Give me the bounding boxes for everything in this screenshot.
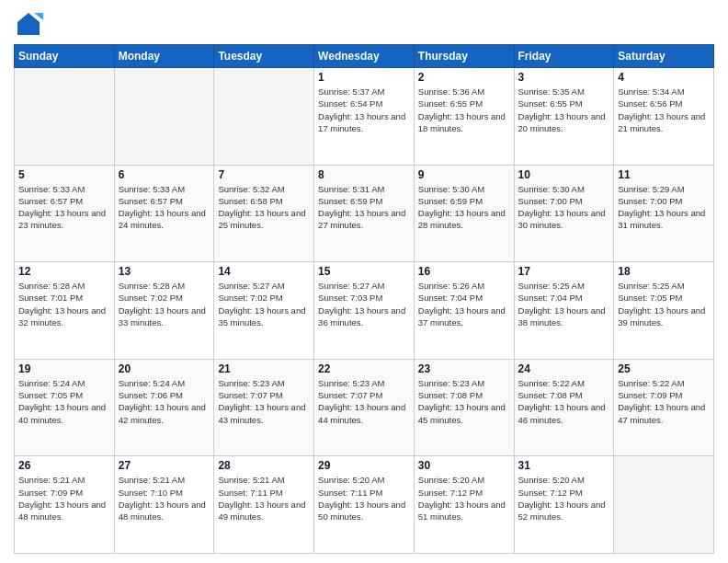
day-number: 3 bbox=[518, 71, 610, 84]
day-info: Sunrise: 5:33 AM Sunset: 6:57 PM Dayligh… bbox=[119, 183, 210, 232]
day-number: 30 bbox=[418, 459, 510, 472]
calendar-cell: 26Sunrise: 5:21 AM Sunset: 7:09 PM Dayli… bbox=[15, 456, 115, 554]
day-info: Sunrise: 5:28 AM Sunset: 7:02 PM Dayligh… bbox=[119, 280, 210, 328]
day-info: Sunrise: 5:22 AM Sunset: 7:09 PM Dayligh… bbox=[618, 377, 710, 426]
calendar-cell: 13Sunrise: 5:28 AM Sunset: 7:02 PM Dayli… bbox=[114, 262, 214, 360]
day-info: Sunrise: 5:20 AM Sunset: 7:11 PM Dayligh… bbox=[318, 474, 410, 523]
day-info: Sunrise: 5:23 AM Sunset: 7:07 PM Dayligh… bbox=[318, 377, 410, 426]
weekday-header-saturday: Saturday bbox=[614, 45, 714, 68]
day-number: 13 bbox=[119, 265, 210, 278]
calendar-cell: 6Sunrise: 5:33 AM Sunset: 6:57 PM Daylig… bbox=[114, 165, 214, 262]
calendar-cell bbox=[614, 456, 714, 554]
day-number: 23 bbox=[418, 362, 510, 375]
logo-icon bbox=[14, 9, 43, 39]
day-number: 14 bbox=[218, 265, 310, 278]
day-number: 28 bbox=[218, 459, 310, 472]
day-number: 31 bbox=[518, 459, 610, 472]
calendar-cell: 14Sunrise: 5:27 AM Sunset: 7:02 PM Dayli… bbox=[214, 262, 314, 360]
logo bbox=[14, 9, 47, 39]
day-number: 11 bbox=[618, 168, 710, 181]
week-row-1: 1Sunrise: 5:37 AM Sunset: 6:54 PM Daylig… bbox=[15, 68, 714, 166]
weekday-header-monday: Monday bbox=[114, 45, 214, 68]
day-number: 19 bbox=[18, 362, 110, 375]
calendar-cell: 21Sunrise: 5:23 AM Sunset: 7:07 PM Dayli… bbox=[214, 359, 314, 456]
calendar-cell: 24Sunrise: 5:22 AM Sunset: 7:08 PM Dayli… bbox=[514, 359, 614, 456]
day-number: 16 bbox=[418, 265, 510, 278]
calendar-cell: 30Sunrise: 5:20 AM Sunset: 7:12 PM Dayli… bbox=[414, 456, 514, 554]
day-number: 25 bbox=[618, 362, 710, 375]
day-info: Sunrise: 5:36 AM Sunset: 6:55 PM Dayligh… bbox=[418, 86, 510, 134]
weekday-header-row: SundayMondayTuesdayWednesdayThursdayFrid… bbox=[15, 45, 714, 68]
day-number: 15 bbox=[318, 265, 410, 278]
day-number: 7 bbox=[218, 168, 310, 181]
calendar-cell: 22Sunrise: 5:23 AM Sunset: 7:07 PM Dayli… bbox=[314, 359, 415, 456]
calendar-cell: 11Sunrise: 5:29 AM Sunset: 7:00 PM Dayli… bbox=[614, 165, 714, 262]
day-info: Sunrise: 5:29 AM Sunset: 7:00 PM Dayligh… bbox=[618, 183, 710, 232]
calendar-cell: 16Sunrise: 5:26 AM Sunset: 7:04 PM Dayli… bbox=[414, 262, 514, 360]
day-info: Sunrise: 5:30 AM Sunset: 6:59 PM Dayligh… bbox=[418, 183, 510, 232]
calendar-cell: 29Sunrise: 5:20 AM Sunset: 7:11 PM Dayli… bbox=[314, 456, 415, 554]
header bbox=[14, 9, 714, 39]
calendar-cell: 10Sunrise: 5:30 AM Sunset: 7:00 PM Dayli… bbox=[514, 165, 614, 262]
day-info: Sunrise: 5:33 AM Sunset: 6:57 PM Dayligh… bbox=[18, 183, 110, 232]
calendar-cell: 2Sunrise: 5:36 AM Sunset: 6:55 PM Daylig… bbox=[414, 68, 514, 166]
day-number: 17 bbox=[518, 265, 610, 278]
day-number: 21 bbox=[218, 362, 310, 375]
svg-marker-0 bbox=[17, 13, 40, 35]
day-info: Sunrise: 5:25 AM Sunset: 7:04 PM Dayligh… bbox=[518, 280, 610, 328]
calendar-cell bbox=[214, 68, 314, 166]
weekday-header-sunday: Sunday bbox=[15, 45, 115, 68]
day-number: 22 bbox=[318, 362, 410, 375]
day-number: 12 bbox=[18, 265, 110, 278]
weekday-header-thursday: Thursday bbox=[414, 45, 514, 68]
day-info: Sunrise: 5:28 AM Sunset: 7:01 PM Dayligh… bbox=[18, 280, 110, 328]
day-info: Sunrise: 5:21 AM Sunset: 7:09 PM Dayligh… bbox=[18, 474, 110, 523]
calendar-cell: 19Sunrise: 5:24 AM Sunset: 7:05 PM Dayli… bbox=[15, 359, 115, 456]
calendar-cell bbox=[114, 68, 214, 166]
calendar-cell: 15Sunrise: 5:27 AM Sunset: 7:03 PM Dayli… bbox=[314, 262, 415, 360]
day-info: Sunrise: 5:30 AM Sunset: 7:00 PM Dayligh… bbox=[518, 183, 610, 232]
day-number: 18 bbox=[618, 265, 710, 278]
day-info: Sunrise: 5:21 AM Sunset: 7:11 PM Dayligh… bbox=[218, 474, 310, 523]
calendar-cell: 12Sunrise: 5:28 AM Sunset: 7:01 PM Dayli… bbox=[15, 262, 115, 360]
calendar-cell: 8Sunrise: 5:31 AM Sunset: 6:59 PM Daylig… bbox=[314, 165, 415, 262]
calendar-table: SundayMondayTuesdayWednesdayThursdayFrid… bbox=[14, 44, 714, 554]
day-info: Sunrise: 5:34 AM Sunset: 6:56 PM Dayligh… bbox=[618, 86, 710, 134]
calendar-cell: 31Sunrise: 5:20 AM Sunset: 7:12 PM Dayli… bbox=[514, 456, 614, 554]
day-number: 9 bbox=[418, 168, 510, 181]
day-info: Sunrise: 5:31 AM Sunset: 6:59 PM Dayligh… bbox=[318, 183, 410, 232]
day-info: Sunrise: 5:26 AM Sunset: 7:04 PM Dayligh… bbox=[418, 280, 510, 328]
calendar-cell: 25Sunrise: 5:22 AM Sunset: 7:09 PM Dayli… bbox=[614, 359, 714, 456]
calendar-cell: 27Sunrise: 5:21 AM Sunset: 7:10 PM Dayli… bbox=[114, 456, 214, 554]
day-info: Sunrise: 5:27 AM Sunset: 7:03 PM Dayligh… bbox=[318, 280, 410, 328]
day-number: 24 bbox=[518, 362, 610, 375]
page: SundayMondayTuesdayWednesdayThursdayFrid… bbox=[0, 0, 728, 563]
calendar-cell: 28Sunrise: 5:21 AM Sunset: 7:11 PM Dayli… bbox=[214, 456, 314, 554]
week-row-2: 5Sunrise: 5:33 AM Sunset: 6:57 PM Daylig… bbox=[15, 165, 714, 262]
calendar-cell: 9Sunrise: 5:30 AM Sunset: 6:59 PM Daylig… bbox=[414, 165, 514, 262]
week-row-3: 12Sunrise: 5:28 AM Sunset: 7:01 PM Dayli… bbox=[15, 262, 714, 360]
calendar-cell: 1Sunrise: 5:37 AM Sunset: 6:54 PM Daylig… bbox=[314, 68, 415, 166]
day-number: 2 bbox=[418, 71, 510, 84]
day-info: Sunrise: 5:21 AM Sunset: 7:10 PM Dayligh… bbox=[119, 474, 210, 523]
day-number: 6 bbox=[119, 168, 210, 181]
day-info: Sunrise: 5:24 AM Sunset: 7:05 PM Dayligh… bbox=[18, 377, 110, 426]
day-info: Sunrise: 5:37 AM Sunset: 6:54 PM Dayligh… bbox=[318, 86, 410, 134]
weekday-header-wednesday: Wednesday bbox=[314, 45, 415, 68]
weekday-header-friday: Friday bbox=[514, 45, 614, 68]
week-row-5: 26Sunrise: 5:21 AM Sunset: 7:09 PM Dayli… bbox=[15, 456, 714, 554]
calendar-cell: 20Sunrise: 5:24 AM Sunset: 7:06 PM Dayli… bbox=[114, 359, 214, 456]
day-number: 1 bbox=[318, 71, 410, 84]
day-number: 8 bbox=[318, 168, 410, 181]
day-number: 4 bbox=[618, 71, 710, 84]
calendar-cell bbox=[15, 68, 115, 166]
day-number: 29 bbox=[318, 459, 410, 472]
weekday-header-tuesday: Tuesday bbox=[214, 45, 314, 68]
calendar-cell: 23Sunrise: 5:23 AM Sunset: 7:08 PM Dayli… bbox=[414, 359, 514, 456]
day-info: Sunrise: 5:20 AM Sunset: 7:12 PM Dayligh… bbox=[418, 474, 510, 523]
day-number: 20 bbox=[119, 362, 210, 375]
day-info: Sunrise: 5:27 AM Sunset: 7:02 PM Dayligh… bbox=[218, 280, 310, 328]
day-number: 5 bbox=[18, 168, 110, 181]
calendar-cell: 4Sunrise: 5:34 AM Sunset: 6:56 PM Daylig… bbox=[614, 68, 714, 166]
day-info: Sunrise: 5:23 AM Sunset: 7:08 PM Dayligh… bbox=[418, 377, 510, 426]
